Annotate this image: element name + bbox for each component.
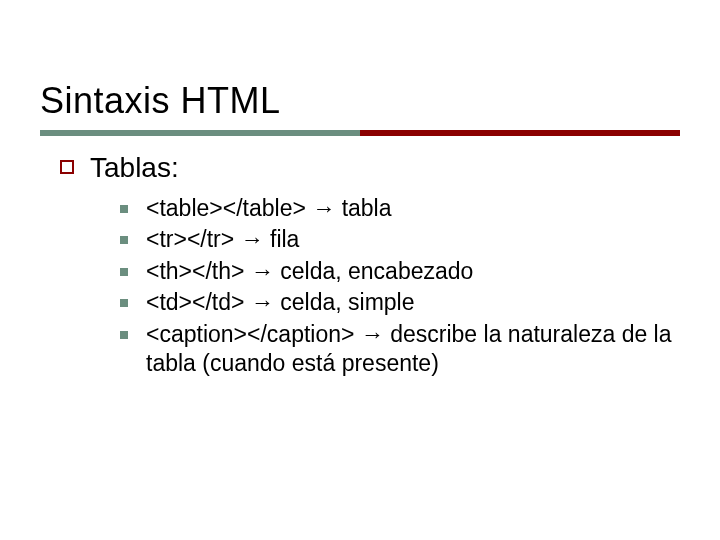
- list-item: <th></th> → celda, encabezado: [120, 257, 680, 286]
- square-bullet-icon: [120, 331, 128, 339]
- slide-title: Sintaxis HTML: [40, 80, 680, 122]
- title-rule-outer: [40, 130, 680, 136]
- list-item-text: <td></td> → celda, simple: [146, 288, 415, 317]
- list-item: <caption></caption> → describe la natura…: [120, 320, 680, 379]
- title-rule-inner: [40, 130, 360, 136]
- level1-item: Tablas:: [60, 152, 680, 184]
- level1-heading: Tablas:: [90, 152, 179, 184]
- list-item: <table></table> → tabla: [120, 194, 680, 223]
- list-item-text: <caption></caption> → describe la natura…: [146, 320, 680, 379]
- slide-body: Tablas: <table></table> → tabla <tr></tr…: [40, 152, 680, 379]
- list-item-text: <tr></tr> → fila: [146, 225, 299, 254]
- square-bullet-icon: [120, 236, 128, 244]
- square-bullet-icon: [60, 160, 74, 174]
- slide: Sintaxis HTML Tablas: <table></table> → …: [0, 0, 720, 540]
- square-bullet-icon: [120, 205, 128, 213]
- square-bullet-icon: [120, 299, 128, 307]
- square-bullet-icon: [120, 268, 128, 276]
- list-item: <tr></tr> → fila: [120, 225, 680, 254]
- list-item: <td></td> → celda, simple: [120, 288, 680, 317]
- list-item-text: <table></table> → tabla: [146, 194, 392, 223]
- list-item-text: <th></th> → celda, encabezado: [146, 257, 473, 286]
- level2-list: <table></table> → tabla <tr></tr> → fila…: [60, 194, 680, 379]
